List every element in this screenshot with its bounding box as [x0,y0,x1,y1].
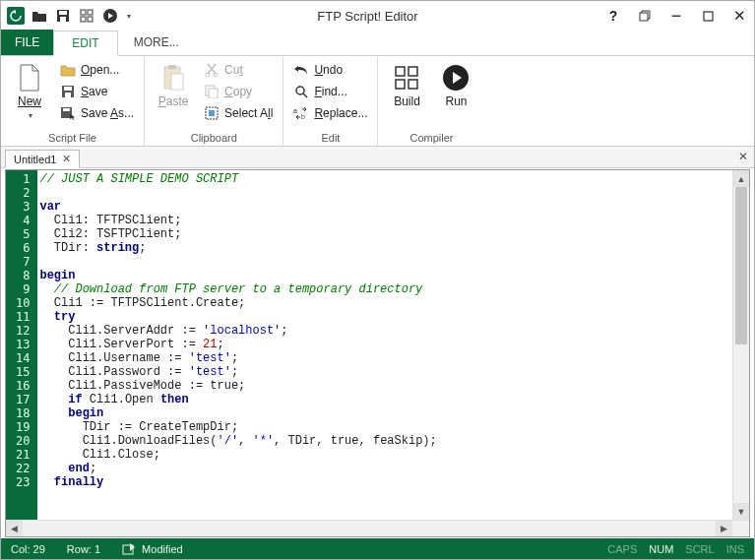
svg-rect-5 [81,17,86,22]
editor: 1234567891011121314151617181920212223 //… [5,169,750,537]
tab-edit[interactable]: EDIT [53,31,117,56]
status-modified: Modified [122,543,183,555]
cut-icon [204,62,220,78]
status-scrl: SCRL [685,543,714,555]
scroll-left-icon[interactable]: ◀ [6,521,23,536]
close-all-tabs-icon[interactable]: ✕ [738,150,748,163]
tab-file[interactable]: FILE [1,30,53,55]
svg-rect-28 [409,67,417,76]
line-number-gutter: 1234567891011121314151617181920212223 [6,170,35,520]
new-label: New [18,94,41,108]
tab-more[interactable]: MORE... [118,30,195,55]
scroll-down-icon[interactable]: ▼ [733,503,749,520]
vertical-scrollbar[interactable]: ▲ ▼ [732,170,749,520]
svg-rect-3 [81,10,86,15]
find-icon [293,84,309,99]
status-bar: Col: 29 Row: 1 Modified CAPS NUM SCRL IN… [1,538,754,559]
run-icon[interactable] [101,7,119,25]
ribbon-group-script-file: New ▾ Open... Save Save As... Script Fil… [1,56,145,146]
svg-rect-21 [209,89,218,98]
find-button[interactable]: Find... [291,82,369,101]
save-as-button[interactable]: Save As... [58,103,136,123]
restore-icon[interactable] [636,7,654,25]
svg-rect-14 [63,108,70,111]
select-all-icon [204,105,220,121]
save-label: Save [81,85,107,98]
replace-button[interactable]: ab Replace... [291,103,369,123]
ribbon-group-clipboard: Paste Cut Copy Select All Clipboard [145,56,283,146]
svg-rect-12 [65,93,71,97]
help-icon[interactable]: ? [604,7,622,25]
svg-rect-17 [171,74,183,90]
replace-label: Replace... [314,106,367,120]
save-icon[interactable] [54,7,72,25]
scroll-corner [732,521,749,536]
svg-rect-4 [88,10,93,15]
paste-label: Paste [158,94,189,108]
select-all-label: Select All [224,106,273,120]
paste-icon [159,64,187,92]
ribbon-group-edit: Undo Find... ab Replace... Edit [283,56,378,146]
horizontal-scrollbar[interactable]: ◀ ▶ [6,520,749,536]
status-row: Row: 1 [67,543,100,555]
scroll-thumb[interactable] [735,187,747,344]
document-tab-label: Untitled1 [14,154,56,165]
undo-icon [293,62,309,78]
status-col: Col: 29 [11,543,45,555]
paste-button: Paste [153,60,194,130]
modified-icon [122,543,136,555]
group-label-compiler: Compiler [386,130,476,144]
save-button[interactable]: Save [58,82,136,101]
copy-label: Copy [224,85,252,98]
run-label: Run [445,94,467,108]
group-label-script-file: Script File [9,130,136,144]
svg-rect-30 [409,80,417,89]
app-icon [7,7,25,25]
svg-rect-6 [88,17,93,22]
svg-rect-8 [640,13,648,21]
folder-open-icon [60,62,76,78]
window-title: FTP Script! Editor [131,9,604,24]
grid-icon[interactable] [78,7,95,25]
document-tab-untitled1[interactable]: Untitled1 ✕ [5,150,80,168]
open-button[interactable]: Open... [58,60,136,80]
scroll-right-icon[interactable]: ▶ [716,521,732,536]
scroll-track[interactable] [23,521,716,536]
document-tab-bar: Untitled1 ✕ ✕ [1,147,754,168]
replace-icon: ab [293,105,309,121]
undo-label: Undo [314,63,343,77]
run-button[interactable]: Run [435,60,476,130]
svg-rect-2 [60,17,66,22]
status-ins: INS [726,543,744,555]
cut-label: Cut [224,63,243,77]
open-label: Open... [81,63,119,77]
svg-rect-11 [64,87,72,91]
ribbon: New ▾ Open... Save Save As... Script Fil… [1,56,754,147]
save-as-label: Save As... [81,106,134,120]
save-as-icon [60,105,76,121]
svg-rect-16 [168,65,176,69]
status-caps: CAPS [607,543,637,555]
scroll-up-icon[interactable]: ▲ [733,170,749,187]
svg-rect-29 [396,80,405,89]
svg-rect-27 [396,67,405,76]
maximize-icon[interactable] [699,7,717,25]
undo-button[interactable]: Undo [291,60,369,80]
group-label-edit: Edit [291,130,369,144]
status-num: NUM [649,543,673,555]
build-label: Build [394,94,420,108]
close-tab-icon[interactable]: ✕ [62,153,71,165]
open-icon[interactable] [31,7,48,25]
build-icon [393,64,420,92]
svg-text:a: a [293,107,297,114]
minimize-icon[interactable]: − [667,7,685,25]
new-button[interactable]: New ▾ [9,60,50,130]
code-area[interactable]: // JUST A SIMPLE DEMO SCRIPT var Cli1: T… [35,170,732,520]
build-button[interactable]: Build [386,60,427,130]
copy-button: Copy [202,82,275,101]
run-play-icon [442,64,470,92]
svg-point-24 [296,87,304,94]
ribbon-tab-bar: FILE EDIT MORE... [1,31,754,56]
select-all-button[interactable]: Select All [202,103,275,123]
close-icon[interactable]: ✕ [730,7,748,25]
